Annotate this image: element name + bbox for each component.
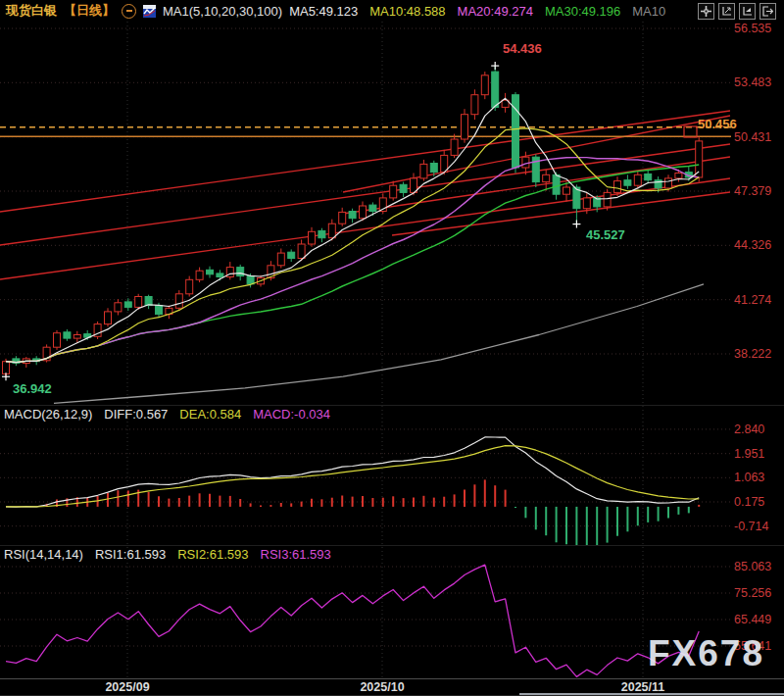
y-axis-label: 38.222 (734, 347, 771, 361)
y-axis-label: 2.840 (734, 423, 764, 436)
y-axis-label: 75.256 (734, 586, 771, 600)
rsi2-value: RSI2:61.593 (177, 547, 248, 563)
play-axis-icon[interactable] (739, 3, 756, 20)
minus-circle-icon[interactable] (122, 4, 136, 19)
y-axis-label: 53.483 (734, 75, 771, 89)
x-axis-label: 2025/11 (609, 680, 677, 694)
x-axis-label: 2025/10 (348, 680, 416, 694)
y-axis-label: -0.714 (734, 520, 768, 533)
rsi3-value: RSI3:61.593 (261, 547, 331, 563)
x-axis-line (0, 678, 784, 679)
low-annotation: 45.527 (586, 227, 625, 242)
y-axis-label: 65.449 (734, 613, 771, 626)
macd-hist-value: MACD:-0.034 (253, 407, 330, 423)
macd-header: MACD(26,12,9) DIFF:0.567 DEA:0.584 MACD:… (4, 407, 330, 423)
y-axis-label: 41.274 (734, 293, 771, 307)
crosshair-icon[interactable] (698, 3, 714, 20)
ma-values-group: MA5:49.123MA10:48.588MA20:49.274MA30:49.… (289, 4, 665, 19)
ma-value: MA10:48.588 (369, 4, 445, 19)
chart-header: 现货白银 【日线】 MA1(5,10,20,30,100) MA5:49.123… (0, 0, 784, 22)
y-axis-label: 1.951 (734, 447, 764, 461)
ma-value: MA5:49.123 (289, 4, 358, 19)
y-axis-label: 1.063 (734, 471, 764, 484)
ma-value: MA10 (632, 4, 665, 19)
zoom-axis-icon[interactable] (718, 3, 735, 20)
macd-diff-value: DIFF:0.567 (104, 407, 168, 423)
panel-separator (0, 545, 784, 546)
ma-settings-label: MA1(5,10,20,30,100) (163, 4, 282, 19)
ma-value: MA20:49.274 (458, 4, 533, 19)
rsi1-value: RSI1:61.593 (95, 547, 166, 563)
macd-title: MACD(26,12,9) (4, 407, 92, 423)
last-price-label: 50.456 (698, 117, 737, 131)
x-axis-label: 2025/09 (93, 680, 162, 694)
ma-value: MA30:49.196 (545, 4, 620, 19)
chart-canvas[interactable] (0, 0, 784, 696)
y-axis-label: 0.175 (734, 495, 764, 509)
y-axis-label: 50.431 (734, 130, 771, 144)
left-low-annotation: 36.942 (13, 381, 52, 396)
y-axis-label: 85.063 (734, 560, 771, 573)
rsi-header: RSI(14,14,14) RSI1:61.593 RSI2:61.593 RS… (4, 547, 331, 563)
high-annotation: 54.436 (503, 41, 542, 56)
y-axis-label: 56.535 (734, 22, 771, 35)
instrument-title: 现货白银 (6, 2, 57, 20)
rsi-title: RSI(14,14,14) (4, 547, 83, 563)
trading-chart-app: 现货白银 【日线】 MA1(5,10,20,30,100) MA5:49.123… (0, 0, 784, 696)
macd-dea-value: DEA:0.584 (179, 407, 241, 423)
y-axis-label: 47.379 (734, 184, 771, 198)
exit-fullscreen-icon[interactable] (760, 3, 776, 20)
watermark: FX678 (648, 633, 764, 674)
panel-separator (0, 405, 784, 406)
chart-toolbar (698, 3, 776, 20)
period-selector[interactable]: 【日线】 (64, 2, 115, 20)
y-axis-label: 44.326 (734, 238, 771, 252)
chart-type-icon[interactable] (143, 5, 156, 18)
